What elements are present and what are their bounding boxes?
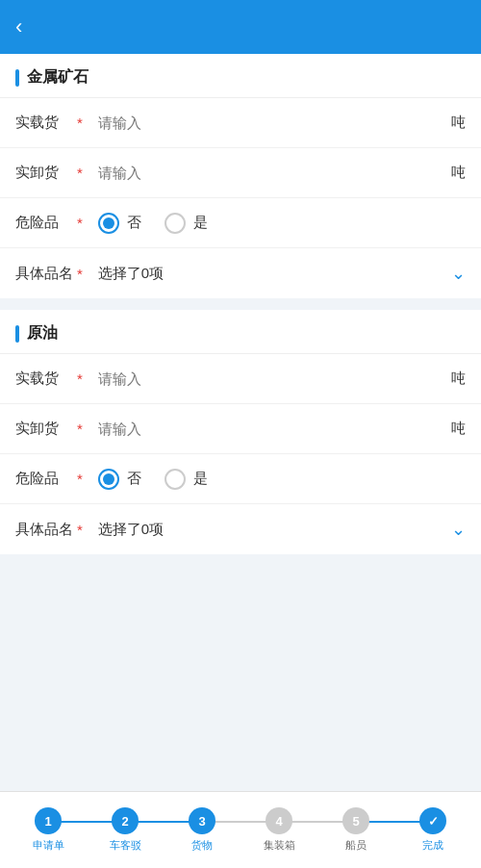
crude-unloaded-required: * bbox=[77, 421, 83, 437]
step-5-label: 船员 bbox=[345, 838, 367, 853]
step-1-circle: 1 bbox=[35, 807, 62, 834]
metal-name-row: 具体品名*选择了0项⌄ bbox=[0, 248, 481, 298]
crude-unloaded-row: 实卸货*吨 bbox=[0, 404, 481, 454]
metal-dangerous-radio-no[interactable]: 否 bbox=[98, 213, 141, 234]
step-3[interactable]: 3货物 bbox=[164, 807, 240, 853]
step-1-label: 申请单 bbox=[33, 838, 64, 853]
step-3-circle: 3 bbox=[189, 807, 215, 834]
metal-name-select-value: 选择了0项 bbox=[98, 265, 443, 283]
metal-loaded-label: 实载货 bbox=[15, 114, 73, 132]
metal-dangerous-radio-circle-yes bbox=[165, 213, 186, 234]
crude-dangerous-radio-circle-no bbox=[98, 469, 119, 490]
crude-loaded-unit: 吨 bbox=[451, 370, 466, 388]
metal-loaded-input[interactable] bbox=[98, 115, 443, 131]
crude-name-select-value: 选择了0项 bbox=[98, 521, 443, 539]
step-5[interactable]: 5船员 bbox=[317, 807, 394, 853]
crude-dangerous-radio-circle-yes bbox=[165, 469, 186, 490]
section-crude: 原油 实载货*吨实卸货*吨危险品*否是具体品名*选择了0项⌄ bbox=[0, 310, 481, 554]
step-done[interactable]: ✓完成 bbox=[394, 807, 471, 853]
crude-dangerous-radio-no[interactable]: 否 bbox=[98, 469, 141, 490]
back-button[interactable]: ‹ bbox=[15, 14, 22, 39]
metal-unloaded-unit: 吨 bbox=[451, 164, 466, 182]
step-done-label: 完成 bbox=[422, 838, 443, 853]
step-3-label: 货物 bbox=[191, 838, 213, 853]
section-crude-header: 原油 bbox=[0, 310, 481, 354]
metal-name-label: 具体品名 bbox=[15, 265, 73, 283]
metal-dangerous-radio-circle-no bbox=[98, 213, 119, 234]
step-4-label: 集装箱 bbox=[264, 838, 295, 853]
metal-unloaded-row: 实卸货*吨 bbox=[0, 148, 481, 198]
stepper-bar: 1申请单2车客驳3货物4集装箱5船员✓完成 bbox=[0, 791, 481, 868]
crude-loaded-input[interactable] bbox=[98, 370, 443, 387]
metal-name-chevron-icon[interactable]: ⌄ bbox=[451, 263, 466, 284]
metal-dangerous-radio-group: 否是 bbox=[98, 213, 466, 234]
step-2-circle: 2 bbox=[112, 807, 139, 834]
section-bar bbox=[15, 69, 19, 87]
metal-dangerous-required: * bbox=[77, 215, 83, 231]
metal-unloaded-label: 实卸货 bbox=[15, 164, 73, 182]
header: ‹ bbox=[0, 0, 481, 54]
crude-dangerous-label: 危险品 bbox=[15, 470, 73, 488]
crude-dangerous-radio-label-yes: 是 bbox=[193, 470, 208, 488]
crude-unloaded-unit: 吨 bbox=[451, 420, 466, 438]
crude-name-chevron-icon[interactable]: ⌄ bbox=[451, 519, 466, 540]
crude-name-label: 具体品名 bbox=[15, 521, 73, 539]
metal-loaded-required: * bbox=[77, 115, 83, 131]
main-content: 金属矿石 实载货*吨实卸货*吨危险品*否是具体品名*选择了0项⌄ 原油 实载货*… bbox=[0, 54, 481, 791]
crude-loaded-label: 实载货 bbox=[15, 370, 73, 388]
crude-dangerous-radio-group: 否是 bbox=[98, 469, 466, 490]
step-2-label: 车客驳 bbox=[110, 838, 141, 853]
crude-loaded-required: * bbox=[77, 370, 83, 387]
crude-loaded-row: 实载货*吨 bbox=[0, 354, 481, 404]
step-done-circle: ✓ bbox=[419, 807, 446, 834]
crude-dangerous-required: * bbox=[77, 471, 83, 487]
step-4-circle: 4 bbox=[266, 807, 292, 834]
step-2[interactable]: 2车客驳 bbox=[87, 807, 164, 853]
metal-dangerous-radio-label-no: 否 bbox=[127, 214, 141, 232]
crude-unloaded-input[interactable] bbox=[98, 421, 443, 437]
step-4[interactable]: 4集装箱 bbox=[240, 807, 317, 853]
metal-dangerous-radio-yes[interactable]: 是 bbox=[165, 213, 208, 234]
metal-loaded-row: 实载货*吨 bbox=[0, 98, 481, 148]
crude-dangerous-radio-label-no: 否 bbox=[127, 470, 141, 488]
crude-dangerous-radio-yes[interactable]: 是 bbox=[165, 469, 208, 490]
section-title: 原油 bbox=[27, 323, 58, 344]
metal-dangerous-label: 危险品 bbox=[15, 214, 73, 232]
step-1[interactable]: 1申请单 bbox=[10, 807, 87, 853]
crude-unloaded-label: 实卸货 bbox=[15, 420, 73, 438]
section-title: 金属矿石 bbox=[27, 67, 89, 88]
section-bar bbox=[15, 325, 19, 343]
step-5-circle: 5 bbox=[342, 807, 369, 834]
metal-loaded-unit: 吨 bbox=[451, 114, 466, 132]
crude-name-required: * bbox=[77, 522, 83, 538]
metal-name-required: * bbox=[77, 266, 83, 282]
metal-dangerous-radio-label-yes: 是 bbox=[193, 214, 208, 232]
crude-dangerous-row: 危险品*否是 bbox=[0, 454, 481, 504]
crude-name-row: 具体品名*选择了0项⌄ bbox=[0, 504, 481, 554]
metal-unloaded-required: * bbox=[77, 165, 83, 181]
metal-dangerous-row: 危险品*否是 bbox=[0, 198, 481, 248]
metal-unloaded-input[interactable] bbox=[98, 165, 443, 181]
section-metal: 金属矿石 实载货*吨实卸货*吨危险品*否是具体品名*选择了0项⌄ bbox=[0, 54, 481, 298]
section-metal-header: 金属矿石 bbox=[0, 54, 481, 98]
